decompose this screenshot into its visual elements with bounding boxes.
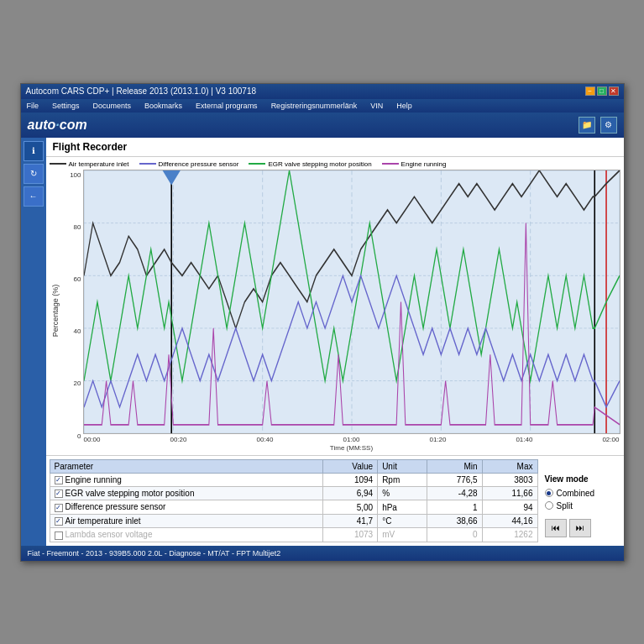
menu-help[interactable]: Help <box>394 102 415 110</box>
cell-parameter: Lambda sensor voltage <box>50 528 322 542</box>
maximize-button[interactable]: □ <box>597 86 607 96</box>
cell-min: 0 <box>427 528 482 542</box>
row-checkbox[interactable] <box>55 517 63 526</box>
window-controls: − □ ✕ <box>585 86 619 96</box>
ytick-40: 40 <box>61 327 81 335</box>
xtick-3: 01:00 <box>343 436 359 443</box>
legend-line-1 <box>139 163 156 165</box>
col-parameter: Parameter <box>50 459 322 473</box>
cell-unit: Rpm <box>378 473 427 486</box>
legend-line-2 <box>249 163 265 165</box>
xtick-0: 00:00 <box>84 436 101 443</box>
forward-button[interactable]: ⏭ <box>569 519 591 537</box>
row-checkbox[interactable] <box>55 531 63 540</box>
radio-combined[interactable]: Combined <box>545 489 620 498</box>
cell-min: 38,66 <box>427 514 482 527</box>
close-button[interactable]: ✕ <box>609 86 619 96</box>
minimize-button[interactable]: − <box>585 86 595 96</box>
row-checkbox[interactable] <box>55 476 63 484</box>
xtick-5: 01:40 <box>516 436 532 443</box>
col-value: Value <box>322 459 377 473</box>
radio-combined-label: Combined <box>557 489 595 498</box>
page-title: Flight Recorder <box>46 138 624 157</box>
main-content: Flight Recorder Air temperature inlet Di… <box>46 138 624 546</box>
menu-vin[interactable]: VIN <box>368 102 385 110</box>
menu-bar: File Settings Documents Bookmarks Extern… <box>21 99 624 113</box>
radio-split-circle[interactable] <box>545 501 553 510</box>
view-mode-panel: View mode Combined Split ⏮ ⏭ <box>545 459 620 537</box>
data-table-wrapper: Parameter Value Unit Min Max Engine runn… <box>46 456 624 546</box>
sidebar-info-button[interactable]: ℹ <box>24 141 44 161</box>
menu-reg[interactable]: Registreringsnummerlänk <box>269 102 360 110</box>
legend-item-0: Air temperature inlet <box>50 160 129 168</box>
sidebar: ℹ ↻ ← <box>21 138 46 546</box>
sidebar-refresh-button[interactable]: ↻ <box>24 164 44 184</box>
status-bar: Fiat - Freemont - 2013 - 939B5.000 2.0L … <box>21 546 624 561</box>
menu-settings[interactable]: Settings <box>50 102 82 110</box>
view-mode-title: View mode <box>545 474 620 484</box>
cell-unit: hPa <box>378 500 427 514</box>
radio-combined-circle[interactable] <box>545 489 553 497</box>
xtick-2: 00:40 <box>256 436 273 443</box>
app-bar-icons: 📁 ⚙ <box>579 117 617 134</box>
cell-max: 1262 <box>482 528 537 542</box>
chart-svg <box>84 170 620 433</box>
chart-plot[interactable] <box>83 170 620 434</box>
cell-parameter: Engine running <box>50 473 322 486</box>
radio-split[interactable]: Split <box>545 501 620 510</box>
ytick-60: 60 <box>61 275 81 283</box>
cell-min: 776,5 <box>427 473 482 486</box>
menu-file[interactable]: File <box>24 102 42 110</box>
gear-icon[interactable]: ⚙ <box>600 117 617 134</box>
folder-icon[interactable]: 📁 <box>579 117 595 134</box>
cell-value: 5,00 <box>322 500 377 514</box>
status-text: Fiat - Freemont - 2013 - 939B5.000 2.0L … <box>28 549 281 558</box>
app-bar: auto·com 📁 ⚙ <box>21 113 624 138</box>
ytick-0: 0 <box>61 432 81 440</box>
row-checkbox[interactable] <box>55 490 63 498</box>
legend-line-0 <box>50 163 66 165</box>
xtick-4: 01:20 <box>429 436 446 443</box>
table-row[interactable]: EGR valve stepping motor position 6,94 %… <box>50 487 537 500</box>
cell-max: 11,66 <box>482 487 537 500</box>
chart-legend: Air temperature inlet Difference pressur… <box>50 160 620 168</box>
menu-bookmarks[interactable]: Bookmarks <box>142 102 185 110</box>
menu-external[interactable]: External programs <box>193 102 260 110</box>
content-area: ℹ ↻ ← Flight Recorder Air temperature in… <box>21 138 624 546</box>
svg-marker-14 <box>162 170 180 185</box>
sidebar-back-button[interactable]: ← <box>24 186 44 207</box>
y-axis-ticks: 100 80 60 40 20 0 <box>61 170 83 452</box>
menu-documents[interactable]: Documents <box>91 102 134 110</box>
table-row[interactable]: Difference pressure sensor 5,00 hPa 1 94 <box>50 500 537 514</box>
ytick-20: 20 <box>61 380 81 387</box>
legend-label-1: Difference pressure sensor <box>159 160 239 168</box>
row-checkbox[interactable] <box>55 504 63 512</box>
cell-max: 94 <box>482 500 537 514</box>
table-row[interactable]: Lambda sensor voltage 1073 mV 0 1262 <box>50 528 537 542</box>
cell-parameter: Air temperature inlet <box>50 514 322 527</box>
cell-max: 44,16 <box>482 514 537 527</box>
ytick-100: 100 <box>61 171 81 179</box>
cell-unit: mV <box>378 528 427 542</box>
table-row[interactable]: Air temperature inlet 41,7 °C 38,66 44,1… <box>50 514 537 527</box>
cell-min: 1 <box>427 500 482 514</box>
main-window: Autocom CARS CDP+ | Release 2013 (2013.1… <box>20 83 625 562</box>
rewind-button[interactable]: ⏮ <box>545 519 567 537</box>
col-max: Max <box>482 459 537 473</box>
legend-item-2: EGR valve stepping motor position <box>249 160 371 168</box>
cell-value: 1073 <box>322 528 377 542</box>
data-table: Parameter Value Unit Min Max Engine runn… <box>50 459 538 542</box>
cell-parameter: Difference pressure sensor <box>50 500 322 514</box>
table-row[interactable]: Engine running 1094 Rpm 776,5 3803 <box>50 473 537 486</box>
legend-item-1: Difference pressure sensor <box>139 160 239 168</box>
col-unit: Unit <box>378 459 427 473</box>
cell-value: 6,94 <box>322 487 377 500</box>
app-logo: auto·com <box>28 118 87 133</box>
title-bar: Autocom CARS CDP+ | Release 2013 (2013.1… <box>21 84 624 99</box>
cell-unit: °C <box>378 514 427 527</box>
col-min: Min <box>427 459 482 473</box>
cell-max: 3803 <box>482 473 537 486</box>
y-axis-label: Percentage (%) <box>50 170 61 452</box>
window-title: Autocom CARS CDP+ | Release 2013 (2013.1… <box>26 86 257 96</box>
data-table-section: Parameter Value Unit Min Max Engine runn… <box>46 455 624 546</box>
